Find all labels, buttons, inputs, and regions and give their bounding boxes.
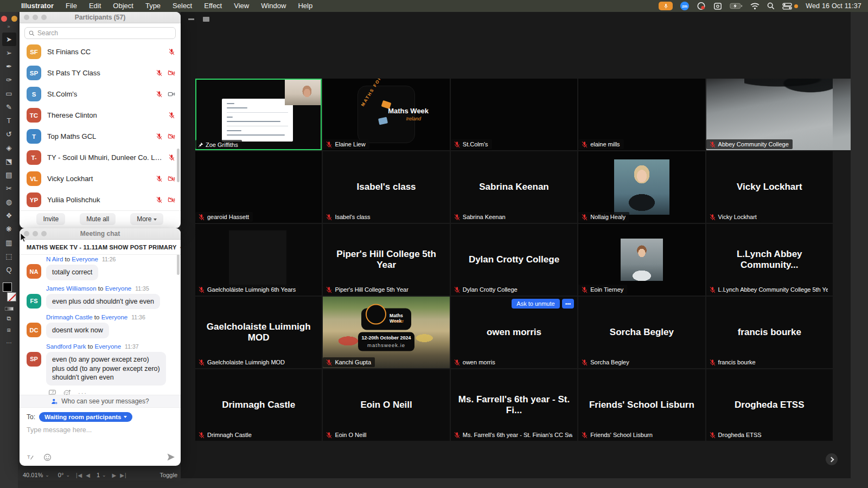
participants-search-input[interactable]: Search (24, 27, 176, 39)
zoom-app-icon[interactable]: zm (680, 2, 689, 10)
curvature-tool[interactable]: ✑ (2, 73, 16, 87)
emoji-icon[interactable] (43, 453, 52, 461)
next-page-button[interactable]: ▶ (112, 472, 117, 478)
color-mode-icon[interactable] (5, 307, 14, 311)
video-tile[interactable]: Vicky LockhartVicky Lockhart (706, 151, 833, 223)
scissors-tool[interactable]: ✂ (2, 182, 16, 195)
participant-row[interactable]: SPSt Pats TY Class (20, 62, 181, 84)
draw-mode-icon[interactable]: ⧉ (7, 315, 11, 322)
message-sender[interactable]: James Williamson (46, 285, 97, 292)
artboard-number-select[interactable]: 1⌄ (94, 472, 109, 478)
message-more-button[interactable]: ··· (78, 390, 87, 395)
split-view-icon[interactable] (216, 16, 225, 23)
video-tile[interactable]: Eoin Tierney (578, 224, 705, 296)
chat-visibility-notice[interactable]: Who can see your messages? (20, 395, 181, 408)
more-button[interactable]: More (130, 213, 163, 225)
thread-menu-button[interactable]: ••• (180, 245, 181, 251)
blend-tool[interactable]: ❖ (2, 209, 16, 222)
minimize-view-icon[interactable] (187, 16, 195, 23)
participant-row[interactable]: SSt.Colm's (20, 84, 181, 105)
battery-charging-icon[interactable] (730, 3, 743, 9)
message-sender[interactable]: Sandford Park (46, 343, 86, 350)
participant-row[interactable]: T-TY - Scoil Ui Mhuiri, Dunleer Co. Lout… (20, 147, 181, 168)
video-tile[interactable]: Dylan Crotty CollegeDylan Crotty College (451, 224, 577, 296)
video-tile[interactable]: francis bourkefrancis bourke (706, 297, 833, 368)
menu-effect[interactable]: Effect (198, 0, 228, 12)
mute-all-button[interactable]: Mute all (80, 213, 116, 225)
graph-tool[interactable]: ▥ (2, 236, 16, 249)
menu-illustrator[interactable]: Illustrator (15, 0, 60, 12)
selection-tool[interactable]: ➤ (2, 33, 16, 46)
eraser-tool[interactable]: ◈ (2, 141, 16, 155)
spotlight-search-icon[interactable] (767, 2, 775, 10)
stroke-swatch[interactable] (7, 292, 16, 301)
gradient-tool[interactable]: ▤ (2, 168, 16, 182)
fill-swatch[interactable] (3, 282, 12, 292)
menu-clock[interactable]: Wed 16 Oct 11:37 (806, 2, 861, 10)
participant-row[interactable]: TTop Maths GCL (20, 126, 181, 147)
rectangle-tool[interactable]: ▭ (2, 87, 16, 100)
video-tile[interactable]: elaine mills (578, 79, 705, 150)
message-sender[interactable]: N Aird (46, 256, 63, 262)
toolbar-more-button[interactable]: … (6, 338, 12, 344)
send-message-icon[interactable] (167, 453, 175, 461)
video-tile[interactable]: Zoe Griffiths (195, 79, 322, 150)
screen-recording-icon[interactable] (697, 2, 706, 10)
menu-file[interactable]: File (60, 0, 83, 12)
message-input[interactable]: Type message here... (20, 422, 181, 434)
video-tile[interactable]: Sorcha BegleySorcha Begley (578, 297, 705, 368)
video-tile[interactable]: St.Colm's (451, 79, 577, 150)
video-tile[interactable]: Friends' School LisburnFriends' School L… (578, 369, 705, 441)
menu-help[interactable]: Help (292, 0, 318, 12)
type-tool[interactable]: T (2, 114, 16, 127)
toggle-label[interactable]: Toggle (160, 472, 178, 478)
first-page-button[interactable]: |◀ (76, 472, 82, 478)
video-tile[interactable]: Maths WeekIreland 12-20th October 2024ma… (323, 297, 449, 368)
format-text-icon[interactable]: T (27, 453, 35, 461)
video-tile[interactable]: Eoin O NeillEoin O Neill (323, 369, 449, 441)
minimize-window-button[interactable] (11, 16, 17, 22)
participant-row[interactable]: SFSt Finians CC (20, 41, 181, 62)
control-center-icon[interactable] (782, 3, 798, 10)
eyedropper-tool[interactable]: ◍ (2, 195, 16, 209)
wifi-icon[interactable] (750, 3, 760, 10)
screen-mode-icon[interactable]: ⧈ (7, 326, 11, 333)
participant-row[interactable]: YPYuliia Polishchuk (20, 189, 181, 210)
video-tile[interactable]: Piper's Hill College 5th YearPiper's Hil… (323, 224, 449, 296)
video-tile[interactable]: Ms. Farrell's 6th year - St. Fi...Ms. Fa… (451, 369, 577, 441)
menu-object[interactable]: Object (107, 0, 139, 12)
prev-page-button[interactable]: ◀ (86, 472, 91, 478)
participant-row[interactable]: VLVicky Lockhart (20, 168, 181, 189)
video-tile[interactable]: Gaelcholaiste Luimnigh MODGaelcholaiste … (195, 297, 322, 368)
toolbar-expander[interactable]: » (7, 24, 10, 29)
video-tile[interactable]: Nollaig Healy (578, 151, 705, 223)
menu-view[interactable]: View (228, 0, 255, 12)
message-recipient[interactable]: Everyone (72, 256, 98, 262)
video-tile[interactable]: Drogheda ETSSDrogheda ETSS (706, 369, 833, 441)
video-tile[interactable]: Abbey Community College (706, 79, 833, 150)
invite-button[interactable]: Invite (36, 213, 65, 225)
tile-more-button[interactable]: ••• (562, 299, 575, 309)
speaker-view-icon[interactable] (202, 16, 210, 23)
menu-type[interactable]: Type (139, 0, 167, 12)
fill-stroke-swatches[interactable] (2, 282, 16, 301)
message-sender[interactable]: Drimnagh Castle (46, 314, 93, 320)
menu-select[interactable]: Select (167, 0, 198, 12)
reply-icon[interactable] (48, 389, 56, 395)
artboard-tool[interactable]: ⬚ (2, 249, 16, 263)
message-recipient[interactable]: Everyone (95, 343, 122, 350)
zoom-tool[interactable]: Q (2, 263, 16, 277)
video-tile[interactable]: Sabrina KeenanSabrina Keenan (451, 151, 577, 223)
screen-capture-icon[interactable] (713, 2, 722, 10)
ask-to-unmute-button[interactable]: Ask to unmute (512, 299, 559, 309)
chat-titlebar[interactable]: Meeting chat (20, 228, 181, 240)
participant-row[interactable]: TCTherese Clinton (20, 105, 181, 126)
message-recipient[interactable]: Everyone (105, 285, 132, 292)
gallery-next-page-button[interactable] (826, 453, 838, 465)
gallery-view-icon[interactable] (231, 16, 239, 23)
menu-window[interactable]: Window (255, 0, 292, 12)
recipient-select[interactable]: Waiting room participants (39, 412, 132, 422)
video-tile[interactable]: Drimnagh CastleDrimnagh Castle (195, 369, 322, 441)
symbol-sprayer-tool[interactable]: ❋ (2, 222, 16, 236)
microphone-in-use-icon[interactable] (659, 2, 673, 10)
